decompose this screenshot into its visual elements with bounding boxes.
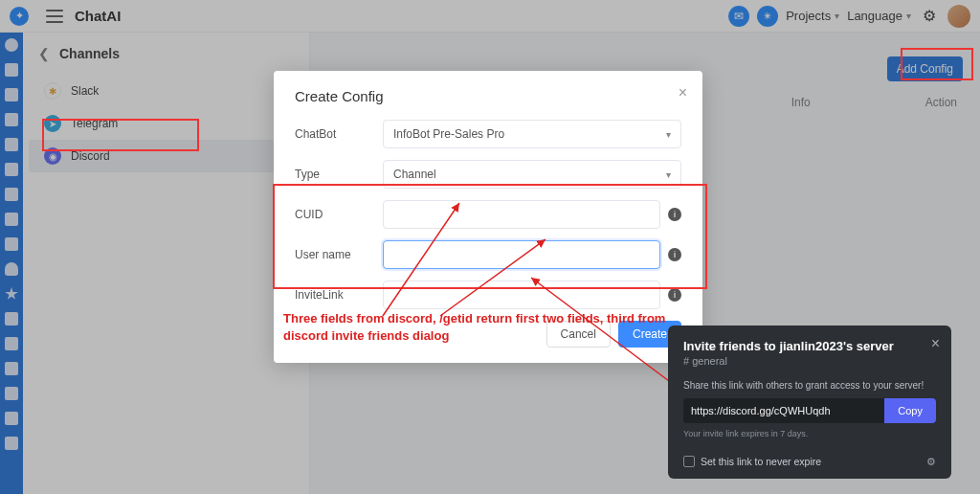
- info-icon[interactable]: i: [668, 248, 681, 261]
- info-icon[interactable]: i: [668, 208, 681, 221]
- label-chatbot: ChatBot: [295, 127, 383, 141]
- info-icon[interactable]: i: [668, 288, 681, 302]
- gear-icon[interactable]: ⚙: [926, 456, 936, 467]
- cuid-input[interactable]: [383, 200, 660, 229]
- label-cuid: CUID: [295, 208, 383, 221]
- discord-share-text: Share this link with others to grant acc…: [683, 380, 936, 391]
- label-username: User name: [295, 248, 383, 261]
- label-invite: InviteLink: [295, 288, 383, 302]
- discord-title: Invite friends to jianlin2023's server: [683, 339, 936, 353]
- label-type: Type: [295, 168, 383, 181]
- username-input[interactable]: [383, 240, 660, 269]
- discord-expire-text: Your invite link expires in 7 days.: [683, 429, 936, 438]
- annotation-text: Three fields from discord, /getid return…: [283, 310, 704, 344]
- never-expire-label: Set this link to never expire: [701, 456, 821, 467]
- invitelink-input[interactable]: [383, 281, 660, 309]
- discord-invite-dialog: × Invite friends to jianlin2023's server…: [668, 326, 951, 479]
- close-icon[interactable]: ×: [931, 335, 940, 352]
- discord-invite-link[interactable]: https://discord.gg/cQWHUqdh: [683, 398, 884, 423]
- discord-channel: # general: [683, 355, 936, 367]
- type-select[interactable]: Channel▾: [383, 160, 681, 189]
- close-icon[interactable]: ×: [679, 84, 687, 101]
- modal-title: Create Config: [295, 88, 681, 104]
- chatbot-select[interactable]: InfoBot Pre-Sales Pro▾: [383, 120, 681, 148]
- copy-button[interactable]: Copy: [884, 398, 936, 423]
- never-expire-checkbox[interactable]: [683, 456, 695, 467]
